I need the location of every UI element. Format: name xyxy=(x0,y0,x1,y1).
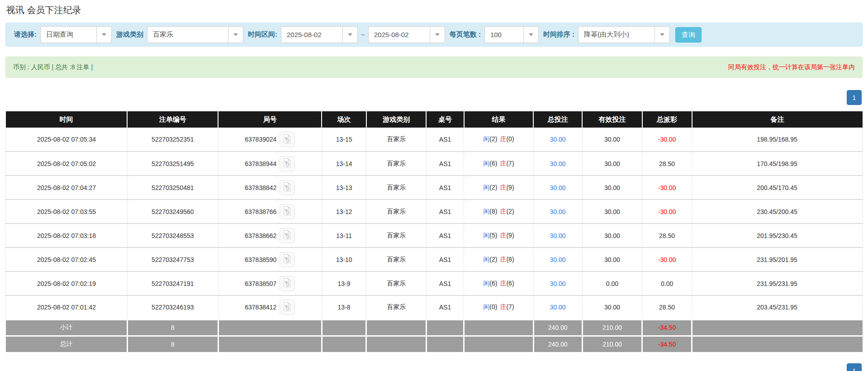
total-bet-link[interactable]: 30.00 xyxy=(550,160,566,167)
summary-empty xyxy=(218,319,322,336)
cell-table-number: AS1 xyxy=(426,152,464,176)
summary-total-payout: -34.50 xyxy=(642,319,692,336)
total-bet-link[interactable]: 30.00 xyxy=(550,304,566,311)
cell-time: 2025-08-02 07:04:27 xyxy=(6,176,128,200)
banker-result: 庄 xyxy=(500,135,506,143)
header-time: 时间 xyxy=(6,111,128,128)
cell-session: 13-10 xyxy=(322,247,366,271)
cell-remark: 200.45/170.45 xyxy=(692,176,863,200)
video-record-icon xyxy=(282,157,293,168)
header-valid-bet: 有效投注 xyxy=(582,111,642,128)
banker-result: 庄 xyxy=(500,208,506,215)
header-total-payout: 总派彩 xyxy=(642,111,692,128)
page-1-button[interactable]: 1 xyxy=(847,90,862,105)
video-replay-button[interactable] xyxy=(280,228,295,243)
summary-total-payout: -34.50 xyxy=(642,336,692,352)
chevron-down-icon xyxy=(228,27,243,43)
cell-remark: 170.45/198.95 xyxy=(692,152,863,176)
cell-result: 闲(6)庄(6) xyxy=(464,271,533,295)
video-replay-button[interactable] xyxy=(280,252,295,267)
chevron-down-icon xyxy=(96,27,111,43)
date-from-select[interactable]: 2025-08-02 xyxy=(281,26,358,43)
cell-time: 2025-08-02 07:02:19 xyxy=(6,271,128,295)
summary-row: 总计 8 240.00 210.00 -34.50 xyxy=(6,336,863,352)
table-row: 2025-08-02 07:04:27 522703250481 6378388… xyxy=(6,176,863,200)
cell-game-category: 百家乐 xyxy=(366,176,427,200)
total-bet-link[interactable]: 30.00 xyxy=(550,136,566,143)
cell-valid-bet: 30.00 xyxy=(582,200,642,224)
date-to-select[interactable]: 2025-08-02 xyxy=(368,26,445,43)
table-row: 2025-08-02 07:03:18 522703248553 6378386… xyxy=(6,224,863,247)
cell-total-payout: 28.50 xyxy=(642,152,692,176)
cell-table-number: AS1 xyxy=(426,247,464,271)
cell-total-bet: 30.00 xyxy=(533,224,582,247)
player-result: 闲 xyxy=(483,208,489,215)
game-category-value: 百家乐 xyxy=(147,27,228,43)
video-replay-button[interactable] xyxy=(280,132,295,147)
game-category-select[interactable]: 百家乐 xyxy=(147,26,243,43)
cell-remark: 203.45/231.95 xyxy=(692,295,863,319)
video-record-icon xyxy=(282,133,293,144)
total-bet-link[interactable]: 30.00 xyxy=(550,232,566,239)
video-replay-button[interactable] xyxy=(280,156,295,171)
cell-bet-number: 522703247191 xyxy=(127,271,218,295)
summary-empty xyxy=(322,336,366,352)
video-replay-button[interactable] xyxy=(280,180,295,195)
page-size-select[interactable]: 100 xyxy=(484,26,539,43)
cell-time: 2025-08-02 07:03:18 xyxy=(6,224,128,247)
player-result: 闲 xyxy=(483,232,489,239)
cell-session: 13-11 xyxy=(322,224,366,247)
cell-remark: 198.95/168.95 xyxy=(692,128,863,152)
video-replay-button[interactable] xyxy=(280,300,295,315)
total-bet-link[interactable]: 30.00 xyxy=(550,208,566,215)
total-bet-link[interactable]: 30.00 xyxy=(550,184,566,191)
pagination-bottom: 1 xyxy=(5,363,862,371)
cell-round-number: 637838412 xyxy=(218,295,322,319)
cell-table-number: AS1 xyxy=(426,295,464,319)
cell-remark: 201.95/230.45 xyxy=(692,224,863,247)
table-row: 2025-08-02 07:02:45 522703247753 6378385… xyxy=(6,247,863,271)
video-replay-button[interactable] xyxy=(280,204,295,219)
cell-game-category: 百家乐 xyxy=(366,200,427,224)
time-sort-select[interactable]: 降幂(由大到小) xyxy=(578,26,670,43)
video-replay-button[interactable] xyxy=(280,276,295,291)
cell-session: 13-14 xyxy=(322,152,366,176)
cell-time: 2025-08-02 07:02:45 xyxy=(6,247,128,271)
total-bet-link[interactable]: 30.00 xyxy=(550,280,566,287)
time-sort-label: 时间排序 : xyxy=(543,30,574,39)
bet-records-table: 时间 注单编号 局号 场次 游戏类别 桌号 结果 总投注 有效投注 总派彩 备注… xyxy=(5,111,863,352)
cell-total-bet: 30.00 xyxy=(533,200,582,224)
banker-points: (8) xyxy=(506,256,514,263)
cell-game-category: 百家乐 xyxy=(366,224,427,247)
banker-result: 庄 xyxy=(500,280,506,287)
cell-valid-bet: 30.00 xyxy=(582,295,642,319)
page-1-button[interactable]: 1 xyxy=(847,363,862,371)
banker-result: 庄 xyxy=(500,303,506,310)
cell-valid-bet: 30.00 xyxy=(582,224,642,247)
player-points: (2) xyxy=(489,256,497,263)
cell-total-bet: 30.00 xyxy=(533,128,582,152)
summary-empty xyxy=(366,319,427,336)
table-header-row: 时间 注单编号 局号 场次 游戏类别 桌号 结果 总投注 有效投注 总派彩 备注 xyxy=(6,111,863,128)
table-row: 2025-08-02 07:03:55 522703249560 6378387… xyxy=(6,200,863,224)
cell-total-bet: 30.00 xyxy=(533,271,582,295)
cell-bet-number: 522703251495 xyxy=(127,152,218,176)
cell-table-number: AS1 xyxy=(426,224,464,247)
table-row: 2025-08-02 07:05:34 522703252351 6378390… xyxy=(6,128,863,152)
cell-bet-number: 522703247753 xyxy=(127,247,218,271)
total-bet-link[interactable]: 30.00 xyxy=(550,256,566,263)
banker-points: (6) xyxy=(506,280,514,287)
header-result: 结果 xyxy=(464,111,533,128)
chevron-down-icon xyxy=(523,27,538,43)
cell-round-number: 637838842 xyxy=(218,176,322,200)
cell-game-category: 百家乐 xyxy=(366,271,427,295)
cell-bet-number: 522703252351 xyxy=(127,128,218,152)
search-button[interactable]: 查询 xyxy=(675,27,702,43)
cell-total-payout: 28.50 xyxy=(642,295,692,319)
player-points: (2) xyxy=(489,135,497,143)
query-type-select[interactable]: 日期查询 xyxy=(40,26,112,43)
table-row: 2025-08-02 07:02:19 522703247191 6378385… xyxy=(6,271,863,295)
cell-bet-number: 522703248553 xyxy=(127,224,218,247)
cell-result: 闲(2)庄(0) xyxy=(464,128,533,152)
cell-table-number: AS1 xyxy=(426,176,464,200)
